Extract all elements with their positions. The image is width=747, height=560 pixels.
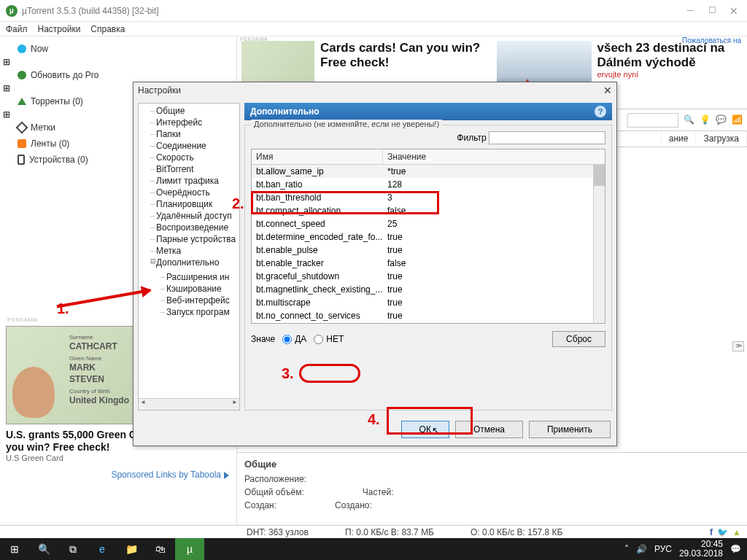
- expand-chevron-icon[interactable]: ≫: [732, 341, 744, 351]
- adv-row[interactable]: bt.no_connect_to_servicestrue: [252, 309, 605, 322]
- remote-icon[interactable]: 📶: [731, 114, 743, 126]
- adv-row[interactable]: bt.connect_speed25: [252, 217, 605, 230]
- tree-general[interactable]: Общие: [149, 105, 239, 117]
- adv-row[interactable]: bt.enable_trackerfalse: [252, 257, 605, 270]
- sponsor-link[interactable]: Sponsored Links by Taboola: [3, 465, 233, 484]
- search-icon[interactable]: 🔍: [683, 114, 694, 126]
- status-up: О: 0.0 КБ/с В: 157.8 КБ: [471, 527, 562, 537]
- rss-icon: [18, 139, 26, 148]
- adv-row[interactable]: bt.ban_threshold3: [252, 191, 605, 204]
- tree-connection[interactable]: Соединение: [149, 140, 239, 152]
- twitter-icon[interactable]: 🐦: [717, 527, 728, 537]
- labels-icon: [16, 122, 28, 134]
- table-scrollbar[interactable]: [593, 164, 605, 323]
- tree-queue[interactable]: Очерёдность: [149, 187, 239, 198]
- maximize-button[interactable]: ☐: [708, 5, 716, 17]
- menu-file[interactable]: Файл: [6, 24, 28, 34]
- tray-lang[interactable]: РУС: [654, 544, 672, 554]
- reset-button[interactable]: Сброс: [552, 331, 605, 347]
- menu-help[interactable]: Справка: [90, 24, 125, 34]
- menu-settings[interactable]: Настройки: [38, 24, 81, 34]
- value-label: Значе: [251, 334, 275, 344]
- tree-ext[interactable]: Расширения ин: [159, 271, 239, 283]
- search-input[interactable]: [627, 113, 678, 128]
- col-value[interactable]: Значение: [383, 149, 605, 164]
- settings-dialog: Настройки ✕ Общие Интерфейс Папки Соедин…: [133, 82, 617, 446]
- start-button[interactable]: ⊞: [0, 538, 29, 560]
- ok-button[interactable]: ОК↖: [401, 421, 449, 438]
- cancel-button[interactable]: Отмена: [455, 421, 523, 438]
- col-name[interactable]: Имя: [252, 149, 383, 164]
- settings-tree[interactable]: Общие Интерфейс Папки Соединение Скорост…: [138, 103, 240, 411]
- dialog-close-button[interactable]: ✕: [603, 85, 612, 96]
- tree-scheduler[interactable]: Планировщик: [149, 198, 239, 210]
- app-logo-icon: µ: [6, 5, 18, 17]
- adv-row[interactable]: bt.multiscrapetrue: [252, 296, 605, 309]
- group-legend: Дополнительно (не изменяйте, если не уве…: [251, 120, 442, 128]
- tree-run[interactable]: Запуск програм: [159, 306, 239, 318]
- apply-button[interactable]: Применить: [529, 421, 611, 438]
- adv-row[interactable]: bt.magnetlink_check_existing_...true: [252, 283, 605, 296]
- tree-cache[interactable]: Кэширование: [159, 283, 239, 295]
- minimize-button[interactable]: ─: [686, 5, 694, 17]
- section-header: Дополнительно ?: [244, 103, 612, 120]
- tray-volume-icon[interactable]: 🔊: [636, 544, 647, 554]
- tree-folders[interactable]: Папки: [149, 128, 239, 140]
- store-button[interactable]: 🛍: [146, 538, 175, 560]
- radio-yes[interactable]: ДА: [282, 334, 306, 344]
- device-icon: [18, 155, 25, 165]
- adv-row[interactable]: bt.allow_same_ip*true: [252, 165, 605, 178]
- tray-chevron-icon[interactable]: ˄: [624, 544, 629, 554]
- tree-ui[interactable]: Интерфейс: [149, 117, 239, 128]
- edge-button[interactable]: e: [88, 538, 117, 560]
- sidebar-item-now[interactable]: Now: [3, 41, 233, 57]
- close-button[interactable]: ✕: [729, 5, 738, 17]
- tree-expand-icon[interactable]: ⊟: [150, 257, 156, 265]
- taboola-icon: [224, 472, 229, 479]
- tree-scrollbar[interactable]: [139, 398, 239, 410]
- tray-notifications-icon[interactable]: 💬: [730, 544, 741, 554]
- tree-label[interactable]: Метка: [149, 245, 239, 257]
- dialog-titlebar: Настройки ✕: [133, 82, 616, 98]
- now-icon: [18, 44, 26, 53]
- explorer-button[interactable]: 📁: [117, 538, 146, 560]
- adv-row[interactable]: bt.graceful_shutdowntrue: [252, 270, 605, 283]
- facebook-icon[interactable]: f: [710, 527, 713, 537]
- adv-row[interactable]: bt.enable_pulsetrue: [252, 244, 605, 257]
- detail-title: Общие: [244, 459, 740, 470]
- android-icon[interactable]: ▲: [732, 527, 741, 537]
- tray-clock[interactable]: 20:4529.03.2018: [679, 540, 723, 559]
- adv-row[interactable]: bt.determine_encoded_rate_fo...true: [252, 230, 605, 244]
- adv-row[interactable]: bt.compact_allocationfalse: [252, 204, 605, 217]
- torrents-icon: [18, 98, 26, 105]
- tree-speed[interactable]: Скорость: [149, 152, 239, 163]
- window-title: µTorrent 3.5.3 (build 44358) [32-bit]: [22, 6, 159, 16]
- col-b[interactable]: Загрузка: [696, 131, 747, 147]
- menubar: Файл Настройки Справка: [0, 22, 747, 36]
- col-a[interactable]: ание: [662, 131, 697, 147]
- status-down: П: 0.0 КБ/с В: 83.7 МБ: [345, 527, 434, 537]
- search-button[interactable]: 🔍: [29, 538, 58, 560]
- greencard-image: SurnameCATHCART Given NameMARK STEVEN Co…: [6, 326, 133, 424]
- tree-webui[interactable]: Веб-интерфейс: [159, 295, 239, 306]
- adv-row[interactable]: bt.ban_ratio128: [252, 178, 605, 191]
- titlebar: µ µTorrent 3.5.3 (build 44358) [32-bit] …: [0, 0, 747, 22]
- sidebar-item-upgrade[interactable]: Обновить до Pro: [3, 67, 233, 83]
- tree-limit[interactable]: Лимит трафика: [149, 175, 239, 187]
- bulb-icon[interactable]: 💡: [699, 114, 711, 126]
- filter-input[interactable]: [489, 131, 605, 144]
- tree-bittorrent[interactable]: BitTorrent: [149, 163, 239, 175]
- utorrent-task[interactable]: µ: [175, 538, 204, 560]
- chat-icon[interactable]: 💬: [715, 114, 727, 126]
- banner-right-link[interactable]: ervujte nyní: [597, 70, 639, 79]
- tree-paired[interactable]: Парные устройства: [149, 233, 239, 245]
- taskview-button[interactable]: ⧉: [58, 538, 88, 560]
- statusbar: DHT: 363 узлов П: 0.0 КБ/с В: 83.7 МБ О:…: [0, 525, 747, 538]
- tree-remote[interactable]: Удалённый доступ: [149, 210, 239, 222]
- ad-subtitle: U.S Green Card: [6, 454, 231, 462]
- radio-no[interactable]: НЕТ: [314, 334, 344, 344]
- help-icon[interactable]: ?: [595, 106, 606, 117]
- tree-advanced[interactable]: Дополнительно: [150, 257, 219, 268]
- taskbar: ⊞ 🔍 ⧉ e 📁 🛍 µ ˄ 🔊 РУС 20:4529.03.2018 💬: [0, 538, 747, 560]
- tree-playback[interactable]: Воспроизведение: [149, 222, 239, 233]
